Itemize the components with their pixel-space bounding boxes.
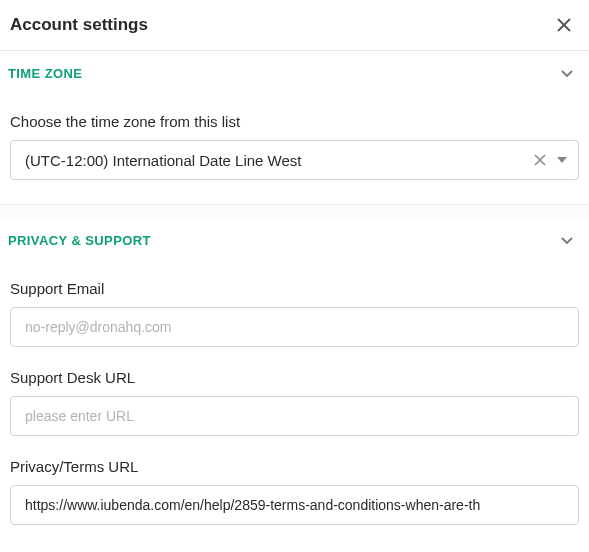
page-title: Account settings — [10, 15, 148, 35]
chevron-down-icon — [559, 65, 575, 81]
caret-down-icon — [552, 154, 568, 166]
privacy-terms-url-label: Privacy/Terms URL — [10, 458, 579, 475]
x-icon — [534, 154, 546, 166]
timezone-select[interactable]: (UTC-12:00) International Date Line West — [10, 140, 579, 180]
section-body-timezone: Choose the time zone from this list (UTC… — [0, 95, 589, 204]
support-email-label: Support Email — [10, 280, 579, 297]
timezone-select-value: (UTC-12:00) International Date Line West — [25, 152, 528, 169]
timezone-field-label: Choose the time zone from this list — [10, 113, 579, 130]
support-desk-url-label: Support Desk URL — [10, 369, 579, 386]
section-title-timezone: TIME ZONE — [8, 66, 82, 81]
section-body-privacy: Support Email Support Desk URL Privacy/T… — [0, 262, 589, 549]
section-title-privacy: PRIVACY & SUPPORT — [8, 233, 151, 248]
section-header-privacy[interactable]: PRIVACY & SUPPORT — [0, 218, 589, 262]
privacy-terms-url-input[interactable] — [10, 485, 579, 525]
section-header-timezone[interactable]: TIME ZONE — [0, 51, 589, 95]
field-support-desk-url: Support Desk URL — [10, 369, 579, 436]
close-button[interactable] — [553, 14, 575, 36]
field-privacy-terms-url: Privacy/Terms URL — [10, 458, 579, 525]
support-email-input[interactable] — [10, 307, 579, 347]
close-icon — [556, 17, 572, 33]
clear-button[interactable] — [528, 152, 552, 169]
field-support-email: Support Email — [10, 280, 579, 347]
section-divider — [0, 204, 589, 218]
svg-marker-4 — [557, 157, 567, 163]
chevron-down-icon — [559, 232, 575, 248]
support-desk-url-input[interactable] — [10, 396, 579, 436]
modal-header: Account settings — [0, 0, 589, 51]
